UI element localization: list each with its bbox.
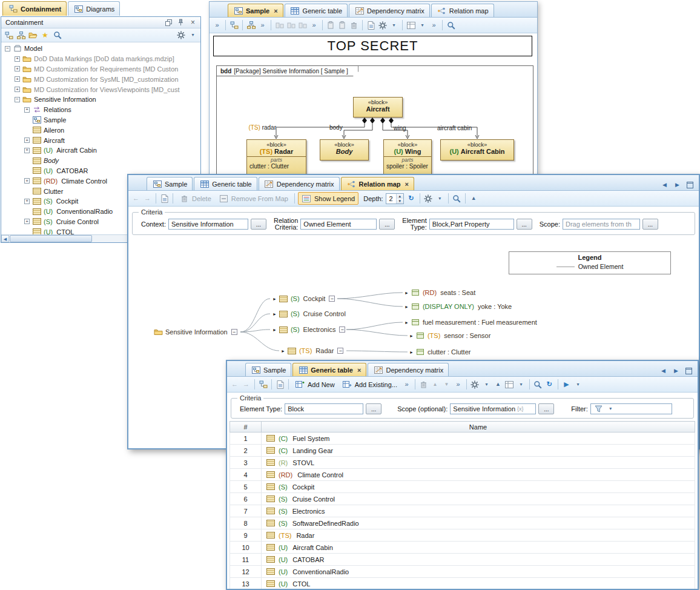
specification-icon[interactable] [275,379,285,389]
tab-relation-map[interactable]: Relation map× [341,177,415,190]
table-row[interactable]: 5(S)Cockpit [230,481,695,493]
add-existing-button[interactable]: Add Existing... [339,378,400,391]
tree-item[interactable]: +Relations [1,105,200,115]
expand-icon[interactable]: + [24,148,30,153]
favorites-icon[interactable]: ★ [40,30,50,41]
gear-icon[interactable] [176,30,186,41]
block-aircraft[interactable]: «block» Aircraft [353,97,403,118]
paste-icon[interactable] [326,20,336,30]
delete-button[interactable]: Delete [176,192,214,205]
toolbar-overflow-icon[interactable]: » [212,20,222,30]
toolbar-overflow-icon[interactable]: » [257,20,268,30]
relation-map-node[interactable]: ►(DISPLAY ONLY)yoke : Yoke [404,302,512,311]
scope-field[interactable]: Sensitive Information{x} [450,403,536,414]
next-tab-icon[interactable]: ▶ [672,180,682,190]
show-legend-button[interactable]: Show Legend [298,192,358,205]
open-in-tree-icon[interactable] [28,30,38,41]
tree-item[interactable]: +DoD Data Markings [DoD data markings.md… [1,54,200,64]
tab-dependency-matrix[interactable]: Dependency matrix [259,177,340,190]
filter-field[interactable]: ▾ [590,403,672,414]
pin-icon[interactable] [176,18,186,28]
maximize-icon[interactable] [685,180,695,190]
expand-tree-icon[interactable] [16,30,26,41]
collapse-criteria-icon[interactable]: ▲ [493,379,503,389]
tree-item[interactable]: −Model [1,44,200,54]
scope-field[interactable]: Drag elements from th [563,219,640,230]
search-icon[interactable] [452,193,462,204]
scope-browse-button[interactable]: ... [538,403,554,414]
relation-map-node[interactable]: ►(TS)Radar− [281,346,343,356]
element-type-field[interactable]: Block,Part Property [429,219,514,230]
columns-icon[interactable] [504,379,515,389]
table-row[interactable]: 8(S)SoftwareDefinedRadio [230,517,695,529]
table-row[interactable]: 12(U)ConventionalRadio [230,566,695,578]
expand-icon[interactable]: + [15,87,20,92]
move-up-icon[interactable]: ▲ [430,379,440,389]
relation-map-node[interactable]: ►fuel measurement : Fuel measurement [404,317,537,327]
close-tab-icon[interactable]: × [274,7,277,15]
block-radar[interactable]: «block» (TS)Radar parts clutter : Clutte… [246,139,306,174]
expand-icon[interactable]: + [24,107,30,113]
forward-icon[interactable]: → [241,379,251,389]
table-row[interactable]: 2(C)Landing Gear [230,445,695,457]
tab-sample[interactable]: Sample [147,177,193,190]
tree-item[interactable]: +(U)Aircraft Cabin [1,145,200,156]
block-aircraft-cabin[interactable]: «block» (U)Aircraft Cabin [440,139,514,161]
close-tab-icon[interactable]: × [405,181,409,188]
chevron-down-icon[interactable]: ▾ [573,379,583,389]
expand-icon[interactable]: + [24,178,30,184]
chevron-down-icon[interactable]: ▾ [188,30,198,41]
align-left-icon[interactable] [274,20,285,30]
remove-from-map-button[interactable]: Remove From Map [216,192,291,205]
add-new-button[interactable]: Add New [292,378,338,391]
expand-icon[interactable]: + [24,138,30,143]
refresh-icon[interactable]: ↻ [406,193,417,204]
relation-criteria-field[interactable]: Owned Element [300,219,377,230]
refresh-icon[interactable]: ↻ [544,379,555,389]
depth-down-icon[interactable]: ▼ [397,199,403,204]
previous-tab-icon[interactable]: ◀ [659,180,670,190]
collapse-icon[interactable]: − [15,97,20,102]
close-icon[interactable]: × [188,18,198,28]
maximize-icon[interactable] [684,366,694,376]
scope-browse-button[interactable]: ... [642,219,658,230]
block-wing[interactable]: «block» (U)Wing parts spoiler : Spoiler [383,139,432,174]
move-down-icon[interactable]: ▼ [441,379,452,389]
toolbar-overflow-icon[interactable]: » [429,20,439,30]
toolbar-overflow-icon[interactable]: » [453,379,463,389]
tree-item[interactable]: Body [1,156,200,166]
block-body[interactable]: «block» Body [320,139,369,161]
element-type-browse-button[interactable]: ... [517,219,532,230]
chevron-down-icon[interactable]: ▾ [516,379,526,389]
structure-icon[interactable] [246,20,256,30]
tab-diagrams[interactable]: Diagrams [68,1,120,16]
delete-icon[interactable] [349,20,359,30]
tree-item[interactable]: +MD Customization for Requirements [MD C… [1,64,200,75]
gear-icon[interactable] [470,379,480,389]
expand-icon[interactable]: + [15,66,20,71]
chevron-down-icon[interactable]: ▾ [481,379,492,389]
table-row[interactable]: 3(R)STOVL [230,457,695,469]
tree-item[interactable]: +Aircraft [1,135,200,145]
tab-dependency-matrix[interactable]: Dependency matrix [349,4,430,17]
element-type-browse-button[interactable]: ... [366,403,381,414]
gear-icon[interactable] [377,20,388,30]
element-type-field[interactable]: Block [285,403,363,414]
table-row[interactable]: 9(TS)Radar [230,529,695,542]
relation-map-node[interactable]: ►(S)Cruise Control [272,309,346,319]
previous-tab-icon[interactable]: ◀ [658,366,669,376]
tab-containment[interactable]: Containment [2,1,67,16]
forward-icon[interactable]: → [142,193,153,204]
relation-map-node[interactable]: ►(RD)seats : Seat [404,288,475,297]
specification-icon[interactable] [366,20,376,30]
chevron-down-icon[interactable]: ▾ [389,20,399,30]
collapse-criteria-icon[interactable]: ▲ [469,193,479,204]
containment-icon[interactable] [258,379,268,389]
delete-icon[interactable] [418,379,429,389]
chevron-down-icon[interactable]: ▾ [435,193,445,204]
expand-icon[interactable]: + [15,76,20,82]
table-row[interactable]: 11(U)CATOBAR [230,554,695,566]
tab-generic-table[interactable]: Generic table [194,177,257,190]
context-field[interactable]: Sensitive Information [168,219,248,230]
column-header-number[interactable]: # [230,422,262,433]
